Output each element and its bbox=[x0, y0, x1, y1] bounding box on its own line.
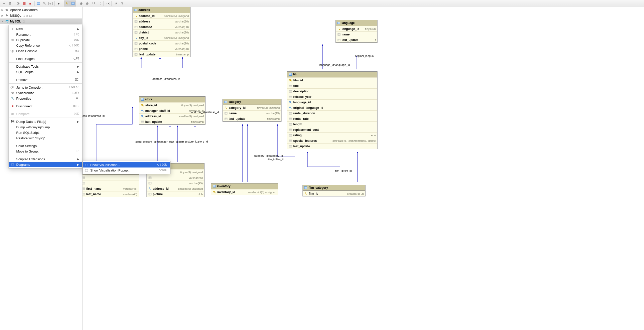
toolbar: ＋ ⧉ ⟳ ■ ✎ QL ▼ ⊕ ⊖ 1:1 ⛶ ⚬< ↗ ⎙ bbox=[0, 0, 644, 7]
all-columns-toggle[interactable] bbox=[70, 0, 76, 6]
zoom-in-button[interactable]: ⊕ bbox=[78, 0, 84, 6]
copy-button[interactable]: ⧉ bbox=[7, 0, 13, 6]
sync-button[interactable] bbox=[21, 0, 27, 6]
console-button[interactable]: QL bbox=[48, 0, 54, 6]
zoom-out-button[interactable]: ⊖ bbox=[84, 0, 90, 6]
key-columns-toggle[interactable] bbox=[64, 0, 70, 6]
zoom-fit-button[interactable]: ⛶ bbox=[96, 0, 102, 6]
svg-point-0 bbox=[66, 2, 67, 3]
add-button[interactable]: ＋ bbox=[1, 0, 7, 6]
stop-button[interactable]: ■ bbox=[27, 0, 33, 6]
refresh-button[interactable]: ⟳ bbox=[15, 0, 21, 6]
share-button[interactable]: ⚬< bbox=[104, 0, 110, 6]
print-button[interactable]: ⎙ bbox=[119, 0, 125, 6]
table-button[interactable] bbox=[36, 0, 42, 6]
filter-button[interactable]: ▼ bbox=[56, 0, 62, 6]
export-button[interactable]: ↗ bbox=[113, 0, 119, 6]
edit-button[interactable]: ✎ bbox=[42, 0, 48, 6]
zoom-actual-button[interactable]: 1:1 bbox=[90, 0, 96, 6]
